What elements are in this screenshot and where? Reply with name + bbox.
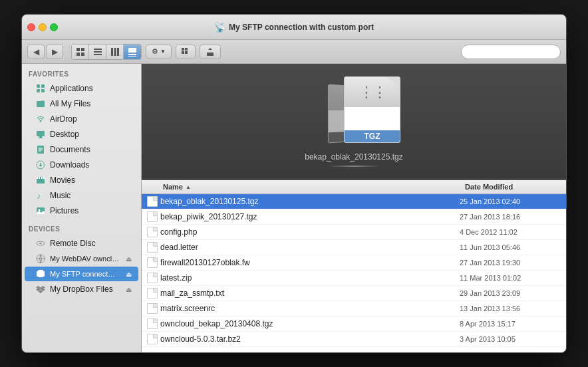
- svg-rect-7: [111, 48, 113, 56]
- search-input[interactable]: [461, 45, 561, 59]
- column-view-button[interactable]: [106, 45, 124, 59]
- svg-rect-23: [37, 131, 45, 136]
- sftp-icon: [35, 269, 46, 279]
- file-name: firewall20130127oblak.fw: [160, 258, 460, 267]
- file-date: 3 Apr 2013 10:05: [460, 335, 566, 343]
- file-icon-cell: [142, 211, 160, 222]
- file-name: dead.letter: [160, 243, 460, 252]
- all-my-files-label: All My Files: [50, 99, 90, 108]
- share-button[interactable]: [200, 45, 221, 59]
- file-row[interactable]: bekap_oblak_20130125.tgz 25 Jan 2013 02:…: [142, 194, 566, 209]
- documents-icon: [35, 144, 46, 155]
- svg-rect-8: [114, 48, 116, 56]
- dropbox-eject-icon[interactable]: ⏏: [126, 286, 132, 293]
- file-row[interactable]: firewall20130127oblak.fw 27 Jan 2013 19:…: [142, 255, 566, 271]
- svg-rect-0: [76, 48, 80, 51]
- file-name: matrix.screenrc: [160, 304, 460, 313]
- file-date: 8 Apr 2013 15:17: [460, 320, 566, 328]
- sidebar-item-sftp[interactable]: My SFTP connection with custom... ⏏: [25, 267, 138, 281]
- sidebar-item-airdrop[interactable]: AirDrop: [25, 112, 138, 126]
- file-type-icon: [147, 196, 158, 207]
- file-name: owncloud_bekap_20130408.tgz: [160, 319, 460, 328]
- pictures-icon: [35, 205, 46, 216]
- movies-label: Movies: [50, 176, 75, 185]
- view-switcher: [71, 44, 142, 60]
- file-row[interactable]: owncloud_bekap_20130408.tgz 8 Apr 2013 1…: [142, 316, 566, 332]
- file-type-icon: [147, 288, 158, 299]
- file-icon-cell: [142, 227, 160, 237]
- svg-rect-16: [185, 51, 188, 54]
- sidebar-item-dropbox[interactable]: My DropBox Files ⏏: [25, 282, 138, 297]
- file-date: 27 Jan 2013 19:30: [460, 259, 566, 267]
- file-row[interactable]: owncloud-5.0.3.tar.bz2 3 Apr 2013 10:05: [142, 332, 566, 347]
- svg-point-40: [39, 243, 42, 244]
- applications-label: Applications: [50, 84, 93, 93]
- desktop-icon: [35, 129, 46, 140]
- file-name: bekap_piwik_20130127.tgz: [160, 212, 460, 221]
- favorites-header: FAVORITES: [22, 64, 141, 80]
- action-button[interactable]: ⚙ ▼: [146, 45, 172, 59]
- sidebar-item-downloads[interactable]: Downloads: [25, 158, 138, 172]
- svg-rect-4: [94, 49, 102, 50]
- sidebar-item-remote-disc[interactable]: Remote Disc: [25, 236, 138, 251]
- svg-rect-1: [81, 48, 84, 51]
- file-row[interactable]: mail_za_ssmtp.txt 29 Jan 2013 23:09: [142, 286, 566, 301]
- file-icon-front: ⋮⋮ TGZ: [344, 76, 400, 143]
- file-row[interactable]: dead.letter 11 Jun 2013 05:46: [142, 240, 566, 255]
- airdrop-label: AirDrop: [50, 114, 77, 124]
- arrange-icon: [182, 48, 190, 56]
- file-row[interactable]: config.php 4 Dec 2012 11:02: [142, 225, 566, 240]
- nav-buttons: ◀ ▶: [27, 45, 63, 59]
- file-type-icon: [147, 242, 158, 253]
- file-row[interactable]: bekap_piwik_20130127.tgz 27 Jan 2013 18:…: [142, 209, 566, 225]
- minimize-button[interactable]: [39, 23, 47, 31]
- icon-view-button[interactable]: [72, 45, 89, 59]
- devices-header: DEVICES: [22, 219, 141, 235]
- col-date-header: Date Modified: [460, 183, 566, 191]
- remote-disc-icon: [35, 238, 46, 249]
- file-name: mail_za_ssmtp.txt: [160, 289, 460, 298]
- file-date: 27 Jan 2013 18:16: [460, 213, 566, 221]
- preview-divider: [327, 166, 380, 167]
- file-name: latest.zip: [160, 273, 460, 283]
- sidebar-item-movies[interactable]: Movies: [25, 173, 138, 187]
- col-name-header: Name ▲: [142, 183, 460, 191]
- applications-icon: [35, 83, 46, 94]
- file-icon-cell: [142, 318, 160, 329]
- sftp-eject-icon[interactable]: ⏏: [126, 271, 132, 278]
- sidebar-item-webdav[interactable]: My WebDAV owncloud folder ⏏: [25, 251, 138, 266]
- maximize-button[interactable]: [50, 23, 58, 31]
- list-view-button[interactable]: [89, 45, 106, 59]
- back-button[interactable]: ◀: [27, 45, 45, 59]
- sidebar-item-applications[interactable]: Applications: [25, 81, 138, 96]
- forward-button[interactable]: ▶: [46, 45, 63, 59]
- svg-rect-13: [182, 48, 184, 51]
- file-type-icon: [147, 227, 158, 237]
- file-type-icon: [147, 273, 158, 283]
- close-button[interactable]: [27, 23, 35, 31]
- arrange-button[interactable]: [176, 45, 196, 59]
- svg-rect-45: [39, 276, 43, 277]
- svg-rect-14: [185, 48, 188, 51]
- traffic-lights: [27, 23, 58, 31]
- music-icon: ♪: [35, 190, 46, 201]
- webdav-label: My WebDAV owncloud folder: [50, 255, 122, 263]
- file-icon-cell: [142, 334, 160, 344]
- coverflow-view-button[interactable]: [124, 45, 141, 59]
- titlebar: 📡 My SFTP connection with custom port: [22, 15, 566, 40]
- svg-rect-5: [94, 51, 102, 53]
- sidebar-item-desktop[interactable]: Desktop: [25, 127, 138, 142]
- svg-rect-18: [41, 84, 45, 88]
- file-row[interactable]: matrix.screenrc 13 Jan 2013 13:56: [142, 301, 566, 316]
- sidebar-item-pictures[interactable]: Pictures: [25, 203, 138, 218]
- file-row[interactable]: latest.zip 11 Mar 2013 01:02: [142, 271, 566, 286]
- svg-point-22: [40, 120, 42, 122]
- music-label: Music: [50, 191, 71, 200]
- gear-icon: ⚙: [152, 47, 158, 56]
- sidebar-item-all-my-files[interactable]: All My Files: [25, 96, 138, 111]
- webdav-eject-icon[interactable]: ⏏: [126, 255, 132, 263]
- file-rows: bekap_oblak_20130125.tgz 25 Jan 2013 02:…: [142, 194, 566, 347]
- preview-icons: ⋮⋮ TGZ ⋮⋮ TGZ: [307, 76, 400, 143]
- sidebar-item-music[interactable]: ♪ Music: [25, 188, 138, 203]
- sidebar-item-documents[interactable]: Documents: [25, 142, 138, 157]
